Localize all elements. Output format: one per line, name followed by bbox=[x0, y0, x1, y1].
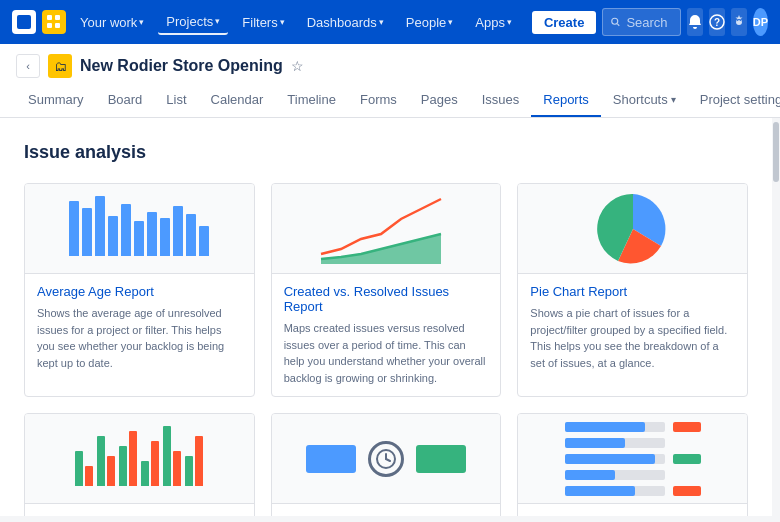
resolution-chart-inner bbox=[306, 424, 466, 494]
nav-dashboards[interactable]: Dashboards ▾ bbox=[299, 11, 392, 34]
recently-created-chart bbox=[25, 414, 254, 504]
report-card-created-vs-resolved[interactable]: Created vs. Resolved Issues Report Maps … bbox=[271, 183, 502, 397]
tab-summary[interactable]: Summary bbox=[16, 84, 96, 117]
chevron-down-icon: ▾ bbox=[379, 17, 384, 27]
help-button[interactable]: ? bbox=[709, 8, 725, 36]
project-title: New Rodier Store Opening bbox=[80, 57, 283, 75]
nav-people[interactable]: People ▾ bbox=[398, 11, 461, 34]
chevron-down-icon: ▾ bbox=[507, 17, 512, 27]
report-card-resolution-time[interactable]: Resolution Time Report Shows the length … bbox=[271, 413, 502, 516]
report-card-avg-age[interactable]: Average Age Report Shows the average age… bbox=[24, 183, 255, 397]
bar bbox=[173, 451, 181, 486]
group-by-chart bbox=[518, 414, 747, 504]
group-line bbox=[565, 422, 665, 432]
card-content: Pie Chart Report Shows a pie chart of is… bbox=[518, 274, 747, 381]
clock-icon bbox=[368, 441, 404, 477]
chevron-down-icon: ▾ bbox=[139, 17, 144, 27]
svg-line-5 bbox=[618, 24, 620, 26]
card-title[interactable]: Resolution Time Report bbox=[284, 514, 489, 516]
badge bbox=[673, 454, 701, 464]
card-description: Shows the average age of unresolved issu… bbox=[37, 305, 242, 371]
card-content: Resolution Time Report Shows the length … bbox=[272, 504, 501, 516]
svg-line-11 bbox=[386, 459, 390, 461]
main-content: Issue analysis bbox=[0, 118, 780, 516]
notifications-button[interactable] bbox=[687, 8, 703, 36]
nav-your-work[interactable]: Your work ▾ bbox=[72, 11, 152, 34]
nav-projects[interactable]: Projects ▾ bbox=[158, 10, 228, 35]
reports-content: Issue analysis bbox=[0, 118, 772, 516]
bar bbox=[85, 466, 93, 486]
nav-apps[interactable]: Apps ▾ bbox=[467, 11, 520, 34]
bar bbox=[151, 441, 159, 486]
search-icon bbox=[611, 16, 620, 28]
tab-shortcuts[interactable]: Shortcuts ▾ bbox=[601, 84, 688, 117]
card-content: Created vs. Resolved Issues Report Maps … bbox=[272, 274, 501, 396]
card-title[interactable]: Single Level Group By Report bbox=[530, 514, 735, 516]
tab-forms[interactable]: Forms bbox=[348, 84, 409, 117]
top-navigation: Your work ▾ Projects ▾ Filters ▾ Dashboa… bbox=[0, 0, 780, 44]
card-content: Average Age Report Shows the average age… bbox=[25, 274, 254, 381]
bar-chart bbox=[59, 424, 219, 494]
report-card-recently-created[interactable]: Recently Created Issues Report Shows the… bbox=[24, 413, 255, 516]
scrollbar-thumb[interactable] bbox=[773, 122, 779, 182]
tab-issues[interactable]: Issues bbox=[470, 84, 532, 117]
group-lines bbox=[565, 422, 665, 496]
bar bbox=[121, 204, 131, 256]
svg-point-4 bbox=[612, 18, 618, 24]
card-title[interactable]: Created vs. Resolved Issues Report bbox=[284, 284, 489, 314]
sidebar-toggle-button[interactable]: ‹ bbox=[16, 54, 40, 78]
group-badges bbox=[673, 422, 701, 496]
bar-group bbox=[163, 426, 181, 486]
bar bbox=[69, 201, 79, 256]
group-chart-inner bbox=[518, 424, 747, 494]
tab-calendar[interactable]: Calendar bbox=[199, 84, 276, 117]
bar bbox=[199, 226, 209, 256]
app-switcher-icon[interactable] bbox=[42, 10, 66, 34]
bar bbox=[163, 426, 171, 486]
pie-chart-container bbox=[518, 184, 747, 274]
card-title[interactable]: Average Age Report bbox=[37, 284, 242, 299]
tab-list[interactable]: List bbox=[154, 84, 198, 117]
settings-button[interactable] bbox=[731, 8, 747, 36]
project-icon: 🗂 bbox=[48, 54, 72, 78]
pie-chart-svg bbox=[593, 189, 673, 269]
bar bbox=[108, 216, 118, 256]
bar bbox=[185, 456, 193, 486]
bar bbox=[134, 221, 144, 256]
group-line bbox=[565, 486, 665, 496]
svg-rect-0 bbox=[47, 15, 52, 20]
jira-logo[interactable] bbox=[12, 10, 36, 34]
tab-board[interactable]: Board bbox=[96, 84, 155, 117]
tab-reports[interactable]: Reports bbox=[531, 84, 601, 117]
card-content: Single Level Group By Report Shows issue… bbox=[518, 504, 747, 516]
tab-timeline[interactable]: Timeline bbox=[275, 84, 348, 117]
star-icon[interactable]: ☆ bbox=[291, 58, 304, 74]
bar bbox=[141, 461, 149, 486]
nav-filters[interactable]: Filters ▾ bbox=[234, 11, 292, 34]
svg-rect-3 bbox=[55, 23, 60, 28]
search-input[interactable] bbox=[626, 15, 671, 30]
avg-age-chart bbox=[25, 184, 254, 274]
bar bbox=[97, 436, 105, 486]
bar bbox=[82, 208, 92, 256]
bar bbox=[119, 446, 127, 486]
report-card-group-by[interactable]: Single Level Group By Report Shows issue… bbox=[517, 413, 748, 516]
chevron-down-icon: ▾ bbox=[215, 16, 220, 26]
card-title[interactable]: Recently Created Issues Report bbox=[37, 514, 242, 516]
search-bar[interactable] bbox=[602, 8, 680, 36]
report-card-pie-chart[interactable]: Pie Chart Report Shows a pie chart of is… bbox=[517, 183, 748, 397]
tab-pages[interactable]: Pages bbox=[409, 84, 470, 117]
bar-group bbox=[141, 441, 159, 486]
card-description: Shows a pie chart of issues for a projec… bbox=[530, 305, 735, 371]
card-title[interactable]: Pie Chart Report bbox=[530, 284, 735, 299]
badge bbox=[673, 486, 701, 496]
avatar[interactable]: DP bbox=[753, 8, 768, 36]
bar-group bbox=[185, 436, 203, 486]
scrollbar[interactable] bbox=[772, 118, 780, 516]
tab-project-settings[interactable]: Project settings bbox=[688, 84, 780, 117]
bar bbox=[195, 436, 203, 486]
chevron-down-icon: ▾ bbox=[448, 17, 453, 27]
report-cards-grid: Average Age Report Shows the average age… bbox=[24, 183, 748, 516]
create-button[interactable]: Create bbox=[532, 11, 596, 34]
svg-rect-1 bbox=[55, 15, 60, 20]
